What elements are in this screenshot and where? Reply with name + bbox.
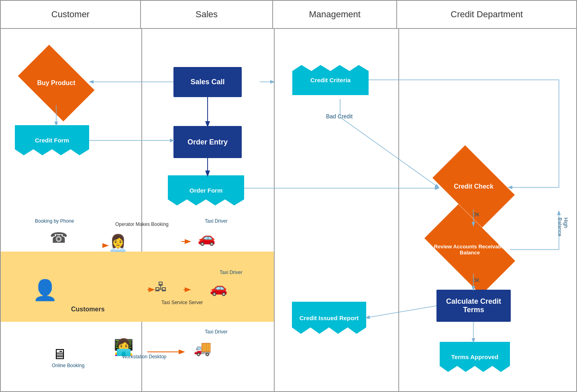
taxi-driver3-label: Taxi Driver [205, 329, 228, 335]
header-sales: Sales [141, 1, 273, 28]
online-booking-label: Online Booking [52, 363, 84, 368]
credit-form-shape: Credit Form [15, 125, 89, 155]
operator-figure: 👩‍💼 [106, 234, 130, 252]
server-icon: 🖧 [155, 280, 167, 295]
divider-3 [398, 29, 399, 392]
svg-line-12 [366, 306, 436, 318]
order-form-shape: Order Form [168, 175, 244, 205]
credit-check-diamond: Credit Check [438, 163, 509, 209]
phone-icon: ☎ [50, 230, 68, 246]
taxi-driver2-label: Taxi Driver [220, 270, 243, 275]
credit-criteria-shape: Credit Criteria [292, 65, 369, 95]
sales-call-shape: Sales Call [173, 67, 242, 97]
content-area: Buy Product Credit Form Booking by Phone… [1, 29, 576, 392]
truck-icon: 🚚 [194, 340, 212, 357]
bad-credit-label: Bad Credit [326, 113, 353, 120]
header-row: Customer Sales Management Credit Departm… [1, 1, 576, 29]
header-customer: Customer [1, 1, 141, 28]
high-balance-label: High Balance [557, 217, 569, 236]
divider-1 [141, 29, 142, 392]
ok-label-2: OK [473, 278, 479, 283]
ok-label-1: OK [473, 212, 479, 217]
taxi-service-label: Taxi Service Server [161, 300, 203, 305]
order-entry-shape: Order Entry [173, 126, 242, 158]
operator-label: Operator Makes Booking [115, 221, 169, 227]
credit-issued-shape: Credit Issued Report [292, 302, 366, 334]
review-accounts-diamond: Review Accounts Receivable Balance [430, 225, 510, 274]
customer-figure: 👤 [29, 278, 61, 302]
header-management: Management [273, 1, 397, 28]
customers-label: Customers [71, 306, 105, 313]
terms-approved-shape: Terms Approved [440, 342, 510, 372]
workstation-figure: 👩‍💻 [112, 338, 136, 357]
diagram-container: Customer Sales Management Credit Departm… [0, 0, 577, 392]
divider-2 [274, 29, 275, 392]
booking-phone-label: Booking by Phone [35, 218, 74, 224]
computer-icon: 🖥 [52, 346, 67, 363]
taxi-driver1-label: Taxi Driver [205, 218, 228, 224]
car-icon-2: 🚗 [210, 280, 228, 297]
header-credit: Credit Department [397, 1, 576, 28]
buy-product-diamond: Buy Product [24, 61, 88, 105]
car-icon-1: 🚗 [198, 230, 216, 246]
calculate-credit-shape: Calculate Credit Terms [436, 290, 511, 322]
